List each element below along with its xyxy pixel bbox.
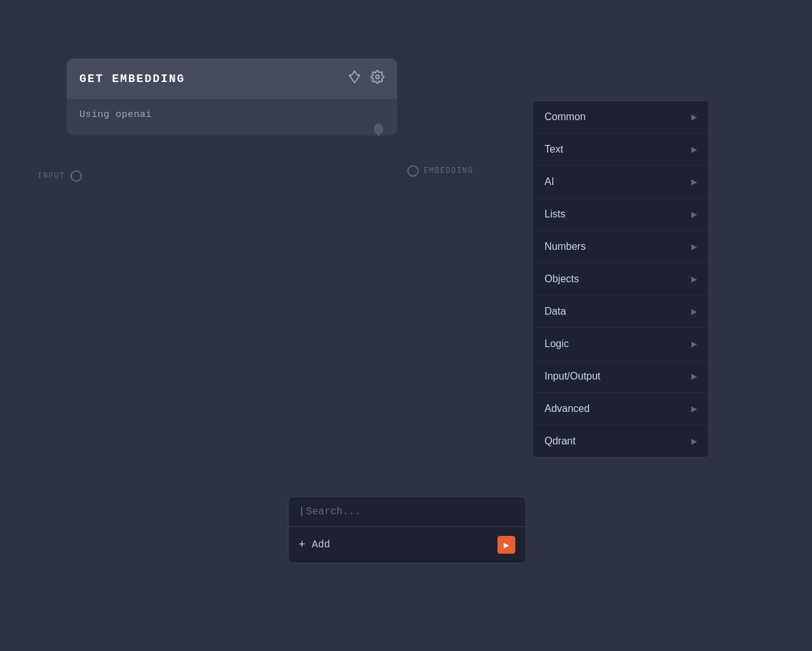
menu-item-objects[interactable]: Objects▶ xyxy=(533,263,708,296)
chevron-right-icon: ▶ xyxy=(691,339,697,348)
node-header: GET EMBEDDING xyxy=(67,58,397,99)
menu-item-label: AI xyxy=(545,176,554,188)
context-menu: Common▶Text▶AI▶Lists▶Numbers▶Objects▶Dat… xyxy=(532,100,709,458)
menu-item-label: Common xyxy=(545,111,586,123)
chevron-right-icon: ▶ xyxy=(691,372,697,381)
chevron-right-icon: ▶ xyxy=(691,437,697,446)
input-port[interactable]: INPUT xyxy=(37,170,82,182)
output-label: EMBEDDING xyxy=(424,167,473,175)
node-subtitle: Using openai xyxy=(79,109,152,120)
search-pointer xyxy=(401,497,414,497)
chevron-right-icon: ▶ xyxy=(691,113,697,121)
menu-item-advanced[interactable]: Advanced▶ xyxy=(533,393,708,425)
search-add-panel: | + Add ▶ xyxy=(288,497,526,563)
svg-point-0 xyxy=(376,75,379,79)
add-row[interactable]: + Add ▶ xyxy=(288,527,525,563)
settings-icon[interactable] xyxy=(370,70,384,88)
input-circle[interactable] xyxy=(71,170,82,182)
chevron-right-icon: ▶ xyxy=(691,145,697,154)
cursor-icon: | xyxy=(299,506,305,517)
chevron-right-icon: ▶ xyxy=(691,404,697,413)
add-label: Add xyxy=(312,539,330,551)
menu-item-data[interactable]: Data▶ xyxy=(533,296,708,328)
chevron-right-icon: ▶ xyxy=(691,242,697,251)
menu-item-label: Advanced xyxy=(545,403,590,415)
add-left: + Add xyxy=(299,538,330,551)
node-actions xyxy=(348,70,384,88)
menu-item-label: Input/Output xyxy=(545,371,600,382)
chevron-right-icon: ▶ xyxy=(691,177,697,186)
pin-icon[interactable] xyxy=(348,70,362,88)
chevron-right-icon: ▶ xyxy=(691,307,697,316)
search-input[interactable] xyxy=(306,506,515,517)
plus-icon: + xyxy=(299,538,306,551)
menu-item-label: Objects xyxy=(545,273,579,285)
menu-item-input-output[interactable]: Input/Output▶ xyxy=(533,360,708,393)
leaf-icon xyxy=(373,122,384,140)
menu-item-label: Logic xyxy=(545,338,569,350)
chevron-right-icon: ▶ xyxy=(691,210,697,219)
menu-item-label: Qdrant xyxy=(545,435,576,447)
menu-item-label: Lists xyxy=(545,209,565,220)
menu-item-label: Numbers xyxy=(545,241,586,252)
node-card: GET EMBEDDING Using openai INPUT EMB xyxy=(67,58,397,135)
chevron-right-icon: ▶ xyxy=(691,275,697,284)
add-arrow-icon[interactable]: ▶ xyxy=(497,536,515,554)
menu-item-label: Text xyxy=(545,144,563,155)
menu-item-common[interactable]: Common▶ xyxy=(533,101,708,134)
menu-item-ai[interactable]: AI▶ xyxy=(533,166,708,198)
menu-item-logic[interactable]: Logic▶ xyxy=(533,328,708,360)
node-title: GET EMBEDDING xyxy=(79,72,185,85)
node-body: Using openai xyxy=(67,99,397,135)
search-row: | xyxy=(288,497,525,527)
menu-item-lists[interactable]: Lists▶ xyxy=(533,198,708,231)
menu-item-text[interactable]: Text▶ xyxy=(533,134,708,166)
menu-item-qdrant[interactable]: Qdrant▶ xyxy=(533,425,708,457)
input-label: INPUT xyxy=(37,172,65,181)
menu-item-numbers[interactable]: Numbers▶ xyxy=(533,231,708,263)
output-port[interactable]: EMBEDDING xyxy=(407,165,473,177)
menu-item-label: Data xyxy=(545,306,566,317)
output-circle[interactable] xyxy=(407,165,419,177)
